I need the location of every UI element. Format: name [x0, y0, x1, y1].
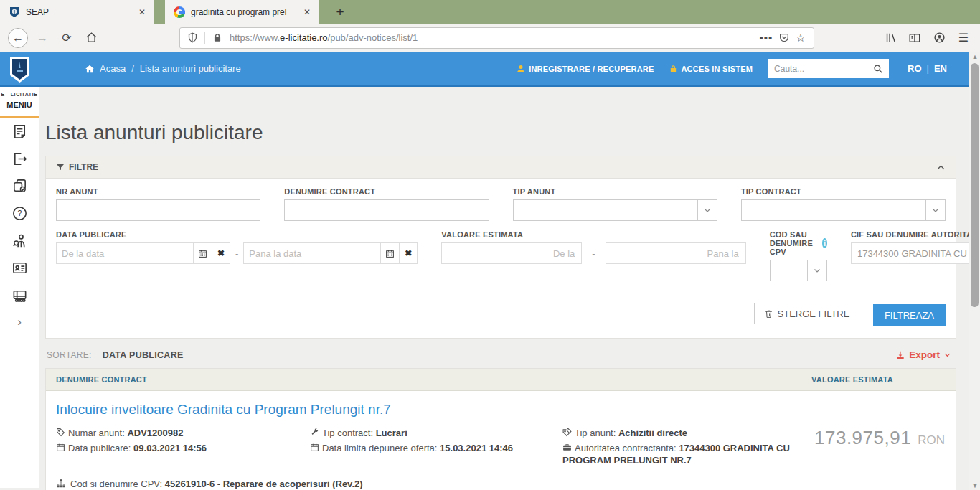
sidebar-item-contacts[interactable]: [0, 254, 39, 281]
sidebar-item-procedures[interactable]: [0, 172, 39, 199]
bookmark-star-icon[interactable]: ☆: [792, 32, 809, 44]
valoare-to-input[interactable]: [606, 242, 746, 264]
app-body: E - LICITATIE MENIU ?: [0, 87, 980, 488]
briefcase-icon: [562, 443, 575, 452]
date-to-clear-button[interactable]: ✖: [400, 242, 418, 264]
reload-button[interactable]: ⟳: [57, 28, 77, 48]
header-right: INREGISTRARE / RECUPERARE ACCES IN SISTE…: [517, 59, 947, 78]
svg-text:?: ?: [17, 209, 22, 217]
forward-button[interactable]: →: [32, 28, 52, 48]
download-icon: [895, 350, 905, 360]
results-table: DENUMIRE CONTRACT VALOARE ESTIMATA Inloc…: [45, 368, 956, 490]
back-button[interactable]: ←: [8, 28, 28, 48]
calendar-icon[interactable]: [380, 243, 399, 263]
google-favicon: [174, 6, 185, 18]
date-to-input[interactable]: [244, 248, 380, 259]
sidebar-item-published[interactable]: [0, 145, 39, 172]
scroll-up-arrow[interactable]: ▲: [969, 53, 980, 60]
tags-icon: [562, 428, 575, 437]
filter-funnel-icon: [56, 163, 65, 171]
table-row: Inlocuire invelitoare Gradinita cu Progr…: [46, 391, 956, 490]
app-sidebar: E - LICITATIE MENIU ?: [0, 87, 39, 488]
account-icon[interactable]: [928, 28, 950, 48]
collapse-chevron-icon[interactable]: [936, 163, 946, 172]
register-link[interactable]: INREGISTRARE / RECUPERARE: [517, 65, 654, 73]
tracking-protection-icon[interactable]: [184, 32, 200, 43]
row-col-3: Tip anunt: Achizitii directe Autoritatea…: [562, 427, 802, 469]
filters-panel: FILTRE NR ANUNT D: [45, 156, 956, 339]
tab-seap[interactable]: SEAP ✕: [0, 0, 154, 24]
notice-title-link[interactable]: Inlocuire invelitoare Gradinita cu Progr…: [56, 402, 946, 418]
new-tab-button[interactable]: +: [328, 0, 352, 24]
page-scrollbar[interactable]: ▲ ▼: [969, 52, 980, 490]
breadcrumb-home[interactable]: Acasa: [100, 63, 126, 74]
library-icon[interactable]: [880, 28, 901, 48]
col-denumire-contract[interactable]: DENUMIRE CONTRACT: [56, 375, 147, 384]
tab-title: SEAP: [26, 7, 136, 17]
sidebar-item-catalog[interactable]: [0, 281, 39, 308]
user-icon: [517, 65, 525, 73]
lock-icon: [669, 65, 677, 73]
sidebar-expand-chevron[interactable]: ›: [0, 311, 39, 333]
sidebar-item-help[interactable]: ?: [0, 199, 39, 227]
cpv-select[interactable]: [770, 260, 827, 281]
valoare-from-input[interactable]: [441, 242, 582, 264]
calendar-icon: [56, 443, 68, 452]
home-button[interactable]: [81, 28, 101, 48]
sidebar-menu-label: MENIU: [0, 100, 39, 109]
seap-favicon: [9, 6, 20, 18]
data-publicare-label: DATA PUBLICARE: [56, 230, 418, 239]
export-button[interactable]: Export: [895, 349, 955, 360]
date-from-group: [56, 242, 212, 264]
site-header: Acasa / Lista anunturi publicitare INREG…: [0, 52, 969, 87]
scrollbar-thumb[interactable]: [971, 63, 979, 307]
tab-close-icon[interactable]: ✕: [301, 6, 314, 19]
sidebar-item-find-person[interactable]: [0, 227, 39, 254]
currency: RON: [918, 433, 945, 447]
page-actions-icon[interactable]: •••: [756, 32, 776, 44]
sidebar-toggle-icon[interactable]: [904, 28, 925, 48]
tab-bar: SEAP ✕ gradinita cu program prel ✕ +: [0, 0, 980, 24]
col-valoare-estimata[interactable]: VALOARE ESTIMATA: [759, 375, 946, 384]
filters-body: NR ANUNT DENUMIRE CONTRACT TIP ANUNT: [46, 179, 956, 338]
menu-hamburger-icon[interactable]: ☰: [953, 28, 974, 48]
scroll-down-arrow[interactable]: ▼: [969, 482, 980, 489]
clear-filters-button[interactable]: STERGE FILTRE: [754, 303, 860, 324]
row-col-1: Numar anunt: ADV1200982 Data publicare: …: [56, 427, 310, 469]
page-viewport: Acasa / Lista anunturi publicitare INREG…: [0, 52, 980, 490]
tip-anunt-select[interactable]: [513, 199, 717, 221]
info-icon[interactable]: i: [822, 238, 827, 248]
date-to-group: [243, 242, 400, 264]
pocket-icon[interactable]: [776, 32, 792, 44]
cif-value: 17344300 GRADINITA CU PROGRAM PRELU: [852, 248, 980, 259]
site-search-input[interactable]: [774, 64, 873, 74]
home-icon[interactable]: [85, 64, 95, 74]
sort-value[interactable]: DATA PUBLICARE: [103, 350, 184, 360]
url-bar[interactable]: https://www.e-licitatie.ro/pub/adv-notic…: [179, 27, 814, 49]
tab-google-search[interactable]: gradinita cu program prel ✕: [165, 0, 319, 24]
lang-en[interactable]: EN: [934, 63, 947, 74]
filter-actions: STERGE FILTRE FILTREAZA: [56, 281, 946, 326]
denumire-contract-input[interactable]: [284, 199, 489, 221]
date-from-clear-button[interactable]: ✖: [212, 242, 230, 264]
wrench-icon: [310, 428, 322, 437]
table-header: DENUMIRE CONTRACT VALOARE ESTIMATA: [46, 369, 956, 391]
sidebar-item-notices[interactable]: [0, 118, 39, 145]
tab-close-icon[interactable]: ✕: [136, 6, 149, 19]
language-switch: RO | EN: [908, 63, 947, 74]
apply-filters-button[interactable]: FILTREAZA: [873, 304, 946, 326]
filters-header[interactable]: FILTRE: [46, 156, 956, 179]
date-from-input[interactable]: [57, 248, 193, 259]
tip-contract-select[interactable]: [741, 199, 946, 221]
chevron-down-icon: [697, 200, 717, 220]
lang-ro[interactable]: RO: [908, 63, 922, 74]
lock-icon[interactable]: [209, 33, 225, 43]
cif-select[interactable]: 17344300 GRADINITA CU PROGRAM PRELU: [851, 242, 980, 264]
nr-anunt-input[interactable]: [56, 199, 260, 221]
search-icon[interactable]: [873, 64, 883, 74]
nr-anunt-label: NR ANUNT: [56, 187, 260, 196]
access-link[interactable]: ACCES IN SISTEM: [669, 65, 753, 73]
chevron-down-icon: [943, 351, 955, 359]
sidebar-brand: E - LICITATIE: [0, 92, 39, 97]
calendar-icon[interactable]: [193, 243, 212, 263]
